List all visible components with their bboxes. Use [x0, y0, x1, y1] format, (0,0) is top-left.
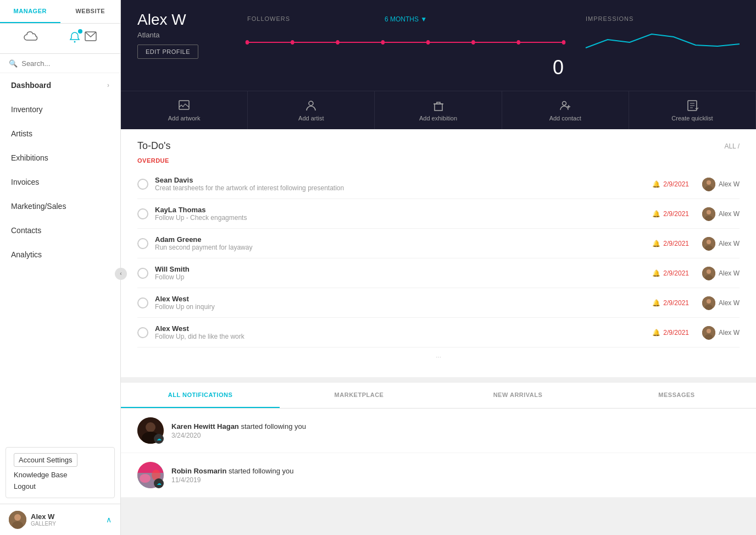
- create-quicklist-action[interactable]: Create quicklist: [629, 91, 756, 129]
- sidebar-item-analytics[interactable]: Analytics: [0, 242, 120, 267]
- exhibition-icon: [432, 100, 444, 112]
- tab-marketplace[interactable]: MARKETPLACE: [280, 383, 438, 408]
- period-selector[interactable]: 6 MONTHS ▼: [385, 15, 427, 23]
- svg-point-29: [705, 275, 713, 280]
- bell-icon: 🔔: [652, 180, 660, 188]
- svg-point-37: [146, 422, 155, 432]
- add-contact-action[interactable]: Add contact: [502, 91, 629, 129]
- assignee-avatar: [702, 178, 715, 191]
- notif-user-name: Robin Rosmarin: [171, 467, 226, 475]
- todo-content: Alex West Follow Up, did he like the wor…: [155, 324, 627, 340]
- sidebar-item-marketing-sales[interactable]: Marketing/Sales: [0, 194, 120, 218]
- account-settings-link[interactable]: Account Settings: [14, 453, 77, 467]
- assignee-name: Alex W: [719, 240, 740, 247]
- todo-date: 🔔 2/9/2021: [634, 240, 689, 247]
- bell-icon[interactable]: [69, 31, 80, 46]
- sidebar-item-label: Dashboard: [11, 81, 51, 90]
- sidebar-item-invoices[interactable]: Invoices: [0, 170, 120, 194]
- sidebar-item-inventory[interactable]: Inventory: [0, 97, 120, 122]
- notif-platform-badge: ☁: [154, 478, 164, 488]
- todo-checkbox[interactable]: [137, 297, 148, 308]
- assignee-name: Alex W: [719, 269, 740, 277]
- sidebar-collapse-button[interactable]: ‹: [115, 268, 127, 280]
- todos-title: To-Do's: [137, 140, 170, 152]
- todo-content: Adam Greene Run second payment for layaw…: [155, 235, 627, 251]
- tab-manager[interactable]: MANAGER: [0, 0, 60, 23]
- user-chevron-icon[interactable]: ∧: [106, 515, 112, 524]
- svg-point-0: [74, 41, 75, 42]
- todo-checkbox[interactable]: [137, 179, 148, 190]
- svg-point-20: [705, 186, 713, 191]
- sidebar-icons-row: [0, 24, 120, 54]
- user-avatar: [9, 511, 26, 528]
- todo-name: Alex West: [155, 324, 627, 333]
- todo-name: Sean Davis: [155, 176, 627, 184]
- sidebar-item-contacts[interactable]: Contacts: [0, 218, 120, 242]
- add-exhibition-action[interactable]: Add exhibition: [375, 91, 502, 129]
- hero-location: Atlanta: [137, 31, 225, 39]
- notif-action: started following you: [241, 422, 306, 431]
- tab-messages[interactable]: MESSAGES: [597, 383, 756, 408]
- sidebar-item-artists[interactable]: Artists: [0, 122, 120, 146]
- hero-followers-section: FOLLOWERS 6 MONTHS ▼ 0: [247, 11, 564, 91]
- impressions-label: IMPRESSIONS: [586, 15, 740, 22]
- todo-assignee: Alex W: [696, 237, 740, 250]
- todo-checkbox[interactable]: [137, 208, 148, 219]
- mail-icon[interactable]: [85, 31, 97, 46]
- bell-icon: 🔔: [652, 240, 660, 247]
- svg-point-23: [705, 216, 713, 221]
- notif-time: 3/24/2020: [171, 432, 740, 439]
- sidebar-user-profile: Alex W GALLERY ∧: [0, 504, 120, 535]
- svg-point-5: [246, 40, 249, 45]
- notif-action: started following you: [229, 467, 294, 475]
- hero-name: Alex W: [137, 11, 225, 29]
- scroll-area[interactable]: To-Do's ALL / OVERDUE Sean Davis Creat t…: [121, 129, 756, 535]
- logout-link[interactable]: Logout: [14, 481, 107, 492]
- add-artwork-action[interactable]: Add artwork: [121, 91, 248, 129]
- todo-checkbox[interactable]: [137, 327, 148, 338]
- svg-point-4: [12, 521, 23, 529]
- add-artist-label: Add artist: [298, 115, 324, 122]
- todo-content: KayLa Thomas Follow Up - Check engagment…: [155, 206, 627, 222]
- svg-point-19: [707, 180, 711, 185]
- notif-avatar-wrap: ☁: [137, 462, 164, 488]
- edit-profile-button[interactable]: EDIT PROFILE: [137, 45, 198, 59]
- quicklist-icon: [686, 100, 698, 112]
- artist-icon: [305, 100, 317, 112]
- todo-name: KayLa Thomas: [155, 206, 627, 214]
- tab-all-notifications[interactable]: ALL NOTIFICATIONS: [121, 383, 280, 408]
- todo-assignee: Alex W: [696, 267, 740, 280]
- todos-all-link[interactable]: ALL /: [724, 142, 740, 150]
- contact-icon: [559, 100, 571, 112]
- sidebar-item-label: Analytics: [11, 250, 42, 259]
- tab-website[interactable]: WEBSITE: [60, 0, 121, 23]
- sidebar-item-dashboard[interactable]: Dashboard ›: [0, 73, 120, 97]
- todos-overdue-label: OVERDUE: [137, 157, 740, 164]
- assignee-avatar: [702, 237, 715, 250]
- add-artist-action[interactable]: Add artist: [248, 91, 375, 129]
- todo-name: Alex West: [155, 295, 627, 303]
- todo-checkbox[interactable]: [137, 268, 148, 279]
- todo-desc: Run second payment for layaway: [155, 244, 627, 251]
- assignee-avatar: [702, 267, 715, 280]
- chevron-right-icon: ›: [107, 81, 109, 89]
- impressions-chart: [586, 29, 740, 56]
- quick-actions-bar: Add artwork Add artist Add exhibition Ad…: [121, 91, 756, 129]
- tab-new-arrivals[interactable]: NEW ARRIVALS: [438, 383, 597, 408]
- cloud-icon[interactable]: [24, 30, 39, 47]
- notif-time: 11/4/2019: [171, 476, 740, 484]
- todo-checkbox[interactable]: [137, 238, 148, 249]
- todo-date: 🔔 2/9/2021: [634, 269, 689, 277]
- assignee-name: Alex W: [719, 180, 740, 188]
- search-input[interactable]: [9, 59, 112, 68]
- todo-desc: Follow Up: [155, 273, 627, 281]
- sidebar-item-exhibitions[interactable]: Exhibitions: [0, 146, 120, 170]
- table-row: Alex West Follow Up on inquiry 🔔 2/9/202…: [137, 288, 740, 318]
- table-row: Alex West Follow Up, did he like the wor…: [137, 318, 740, 348]
- todo-desc: Follow Up on inquiry: [155, 303, 627, 311]
- sidebar-item-label: Invoices: [11, 178, 39, 186]
- knowledge-base-link[interactable]: Knowledge Base: [14, 469, 107, 481]
- bell-icon: 🔔: [652, 299, 660, 307]
- svg-point-34: [707, 329, 711, 333]
- hero-profile: Alex W Atlanta EDIT PROFILE: [137, 11, 225, 91]
